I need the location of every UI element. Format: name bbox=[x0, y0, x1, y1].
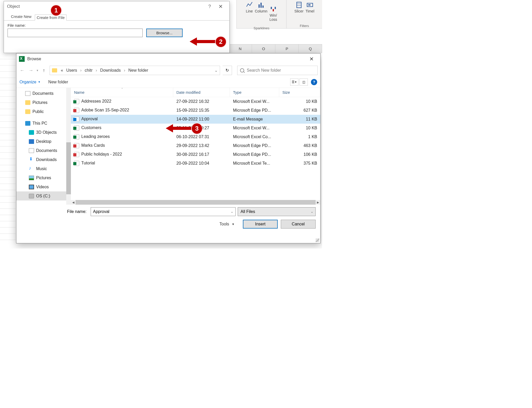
xls-file-icon bbox=[74, 134, 79, 139]
file-name-input[interactable]: Approval ⌄ bbox=[91, 207, 236, 216]
browse-dialog-title: Browse bbox=[27, 57, 41, 61]
file-name: Leading zeroes bbox=[81, 134, 110, 139]
tab-create-from-file[interactable]: Create from File bbox=[35, 15, 66, 21]
nav-forward-icon[interactable]: → bbox=[28, 68, 34, 73]
navigation-tree[interactable]: DocumentsPicturesPublicThis PC3D Objects… bbox=[16, 88, 71, 205]
breadcrumb-segment[interactable]: Users bbox=[65, 68, 78, 73]
tree-item-label: OS (C:) bbox=[36, 194, 50, 198]
chevron-down-icon[interactable]: ⌄ bbox=[311, 210, 313, 213]
sparkline-line-button[interactable]: Line bbox=[246, 2, 253, 13]
search-input[interactable]: Search New folder bbox=[237, 66, 318, 75]
cancel-button[interactable]: Cancel bbox=[281, 220, 316, 229]
nav-up-icon[interactable]: ↑ bbox=[41, 68, 47, 73]
file-row[interactable]: Approval14-09-2022 11:00E-mail Message11… bbox=[71, 115, 320, 124]
pc-icon bbox=[25, 121, 30, 126]
file-size: 463 KB bbox=[279, 143, 320, 148]
tree-item[interactable]: Documents bbox=[16, 89, 71, 98]
nav-back-icon[interactable]: ← bbox=[19, 68, 25, 73]
tree-item[interactable]: OS (C:) bbox=[16, 191, 71, 200]
tree-item[interactable]: Music bbox=[16, 164, 71, 173]
organize-menu[interactable]: Organize▼ bbox=[19, 80, 41, 84]
file-name: Customers bbox=[81, 125, 101, 130]
file-row[interactable]: Public holidays - 202230-08-2022 16:17Mi… bbox=[71, 150, 320, 159]
insert-button[interactable]: Insert bbox=[243, 220, 278, 229]
file-size: 11 KB bbox=[279, 117, 320, 122]
nav-history-dropdown[interactable]: ▾ bbox=[37, 69, 38, 72]
tree-item[interactable]: Pictures bbox=[16, 173, 71, 182]
column-header-date[interactable]: Date modified bbox=[173, 88, 230, 97]
tree-item-label: Documents bbox=[36, 148, 57, 153]
tree-item-label: Music bbox=[36, 166, 47, 171]
new-folder-button[interactable]: New folder bbox=[48, 80, 68, 84]
tree-item[interactable]: Documents bbox=[16, 146, 71, 155]
refresh-icon[interactable]: ↻ bbox=[223, 66, 232, 75]
column-header-size[interactable]: Size bbox=[279, 88, 320, 97]
file-size: 10 KB bbox=[279, 126, 320, 130]
close-icon[interactable]: ✕ bbox=[305, 56, 318, 62]
folder-icon bbox=[25, 100, 30, 105]
file-type: Microsoft Edge PD... bbox=[230, 152, 279, 157]
help-icon[interactable]: ? bbox=[204, 4, 215, 9]
object-dialog-title: Object bbox=[7, 4, 20, 9]
tree-item[interactable]: Videos bbox=[16, 182, 71, 191]
file-date: 27-09-2022 16:32 bbox=[173, 99, 230, 104]
svg-rect-2 bbox=[263, 5, 264, 8]
file-row[interactable]: Tutorial20-09-2022 10:04Microsoft Excel … bbox=[71, 159, 320, 168]
tree-item[interactable]: Pictures bbox=[16, 98, 71, 107]
breadcrumb-segment[interactable]: Downloads bbox=[99, 68, 122, 73]
pic-icon bbox=[29, 176, 34, 180]
file-size: 10 KB bbox=[279, 99, 320, 104]
tree-item[interactable]: Desktop bbox=[16, 137, 71, 146]
close-icon[interactable]: ✕ bbox=[215, 3, 226, 10]
xls-file-icon bbox=[74, 125, 79, 131]
file-row[interactable]: Adobe Scan 15-Sep-202215-09-2022 15:35Mi… bbox=[71, 106, 320, 115]
worksheet-gridlines bbox=[0, 53, 16, 245]
file-row[interactable]: Addresses 202227-09-2022 16:32Microsoft … bbox=[71, 97, 320, 106]
scrollbar-horizontal[interactable]: ◀▶ bbox=[71, 200, 320, 205]
file-date: 15-09-2022 15:35 bbox=[173, 108, 230, 113]
tree-item[interactable]: Downloads bbox=[16, 155, 71, 164]
svg-rect-1 bbox=[261, 3, 262, 8]
view-options-button[interactable]: ☰ ▼ bbox=[290, 78, 298, 86]
file-type: Microsoft Excel W... bbox=[230, 126, 279, 130]
object-file-name-input[interactable] bbox=[8, 29, 143, 37]
annotation-badge-2: 2 bbox=[215, 36, 227, 48]
file-size: 1 KB bbox=[279, 135, 320, 139]
sparkline-column-button[interactable]: Column bbox=[255, 2, 267, 13]
tree-item[interactable]: 3D Objects bbox=[16, 128, 71, 137]
breadcrumb-segment[interactable]: New folder bbox=[127, 68, 149, 73]
slicer-button[interactable]: Slicer bbox=[294, 2, 303, 13]
chevron-down-icon[interactable]: ⌄ bbox=[215, 68, 218, 72]
file-type-filter[interactable]: All Files ⌄ bbox=[238, 207, 316, 216]
folder-icon bbox=[52, 68, 57, 72]
tree-item-label: Videos bbox=[36, 185, 49, 189]
breadcrumb-segment[interactable]: chitr bbox=[84, 68, 94, 73]
scrollbar-thumb[interactable] bbox=[66, 142, 71, 194]
svg-rect-0 bbox=[258, 4, 260, 8]
resize-grip[interactable] bbox=[316, 238, 319, 242]
column-header-type[interactable]: Type bbox=[230, 88, 279, 97]
tab-create-new[interactable]: Create New bbox=[8, 12, 35, 20]
chevron-down-icon[interactable]: ⌄ bbox=[231, 210, 233, 213]
file-type: E-mail Message bbox=[230, 117, 279, 122]
file-row[interactable]: Marks Cards29-09-2022 13:42Microsoft Edg… bbox=[71, 141, 320, 150]
annotation-arrow-3 bbox=[166, 126, 192, 130]
doc-icon bbox=[25, 91, 30, 96]
tree-item[interactable]: This PC bbox=[16, 119, 71, 128]
tree-item[interactable]: Public bbox=[16, 107, 71, 116]
file-size: 627 KB bbox=[279, 108, 320, 113]
sparkline-winloss-button[interactable]: Win/ Loss bbox=[269, 2, 277, 26]
help-icon[interactable]: ? bbox=[311, 79, 317, 85]
tools-menu[interactable]: Tools▼ bbox=[220, 222, 235, 226]
tree-item-label: Pictures bbox=[36, 176, 51, 180]
file-type: Microsoft Excel W... bbox=[230, 99, 279, 104]
timeline-button[interactable]: Timel bbox=[305, 2, 314, 13]
preview-pane-button[interactable]: ◫ bbox=[300, 78, 308, 86]
folder-icon bbox=[25, 109, 30, 114]
file-list: ⌃Name Date modified Type Size Addresses … bbox=[71, 88, 320, 205]
column-header-name[interactable]: ⌃Name bbox=[71, 88, 173, 97]
browse-button[interactable]: Browse... bbox=[146, 29, 183, 37]
breadcrumb[interactable]: « Users› chitr› Downloads› New folder ⌄ bbox=[50, 66, 220, 75]
pdf-file-icon bbox=[74, 152, 79, 157]
dl-icon bbox=[29, 157, 34, 162]
